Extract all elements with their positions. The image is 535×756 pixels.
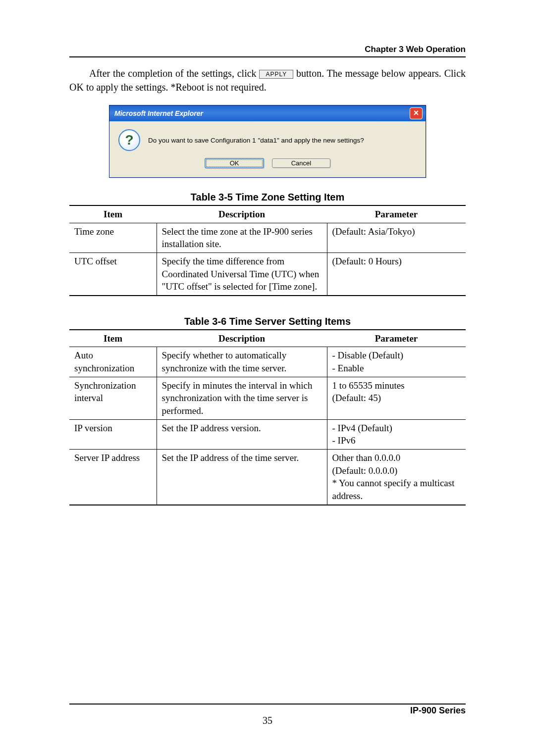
- page-footer: IP-900 Series 35: [69, 704, 466, 726]
- cell-description: Specify in minutes the interval in which…: [157, 377, 327, 419]
- table-3-5: Item Description Parameter Time zone Sel…: [69, 205, 466, 296]
- col-item: Item: [69, 330, 157, 347]
- cell-item: Auto synchronization: [69, 347, 157, 377]
- table-row: Server IP address Set the IP address of …: [69, 449, 466, 504]
- table-row: Time zone Select the time zone at the IP…: [69, 223, 466, 252]
- cell-parameter: - IPv4 (Default) - IPv6: [327, 419, 466, 449]
- cell-item: UTC offset: [69, 252, 157, 295]
- cell-item: Server IP address: [69, 449, 157, 504]
- table-row: Synchronization interval Specify in minu…: [69, 377, 466, 419]
- cell-description: Specify whether to automatically synchro…: [157, 347, 327, 377]
- cell-parameter: - Disable (Default) - Enable: [327, 347, 466, 377]
- table-3-6: Item Description Parameter Auto synchron…: [69, 329, 466, 505]
- question-icon: ?: [118, 129, 140, 151]
- cell-description: Set the IP address of the time server.: [157, 449, 327, 504]
- col-description: Description: [157, 330, 327, 347]
- dialog-message: Do you want to save Configuration 1 "dat…: [148, 137, 364, 144]
- apply-button[interactable]: APPLY: [259, 70, 293, 79]
- col-parameter: Parameter: [327, 330, 466, 347]
- dialog-title-text: Microsoft Internet Explorer: [114, 109, 203, 117]
- table-row: Item Description Parameter: [69, 330, 466, 347]
- table-row: UTC offset Specify the time difference f…: [69, 252, 466, 295]
- footer-series: IP-900 Series: [69, 706, 466, 716]
- cell-item: Synchronization interval: [69, 377, 157, 419]
- cell-parameter: (Default: Asia/Tokyo): [327, 223, 466, 252]
- cancel-button[interactable]: Cancel: [272, 158, 330, 168]
- page-number: 35: [69, 715, 466, 726]
- header-rule: [69, 56, 466, 57]
- confirm-dialog: Microsoft Internet Explorer × ? Do you w…: [109, 105, 426, 178]
- table-row: IP version Set the IP address version. -…: [69, 419, 466, 449]
- col-parameter: Parameter: [327, 205, 466, 223]
- cell-description: Select the time zone at the IP-900 serie…: [157, 223, 327, 252]
- header-chapter: Chapter 3 Web Operation: [69, 45, 466, 54]
- dialog-actions: OK Cancel: [109, 155, 426, 177]
- close-icon[interactable]: ×: [410, 107, 423, 119]
- intro-pre: After the completion of the settings, cl…: [89, 68, 259, 79]
- table-row: Item Description Parameter: [69, 205, 466, 223]
- col-description: Description: [157, 205, 327, 223]
- cell-parameter: (Default: 0 Hours): [327, 252, 466, 295]
- cell-item: Time zone: [69, 223, 157, 252]
- intro-paragraph: After the completion of the settings, cl…: [69, 66, 466, 94]
- ok-button[interactable]: OK: [205, 158, 264, 168]
- cell-description: Specify the time difference from Coordin…: [157, 252, 327, 295]
- table-3-5-caption: Table 3-5 Time Zone Setting Item: [69, 192, 466, 203]
- cell-description: Set the IP address version.: [157, 419, 327, 449]
- table-3-6-caption: Table 3-6 Time Server Setting Items: [69, 316, 466, 327]
- cell-parameter: 1 to 65535 minutes (Default: 45): [327, 377, 466, 419]
- table-row: Auto synchronization Specify whether to …: [69, 347, 466, 377]
- cell-item: IP version: [69, 419, 157, 449]
- dialog-titlebar: Microsoft Internet Explorer ×: [109, 105, 426, 121]
- col-item: Item: [69, 205, 157, 223]
- cell-parameter: Other than 0.0.0.0 (Default: 0.0.0.0) * …: [327, 449, 466, 504]
